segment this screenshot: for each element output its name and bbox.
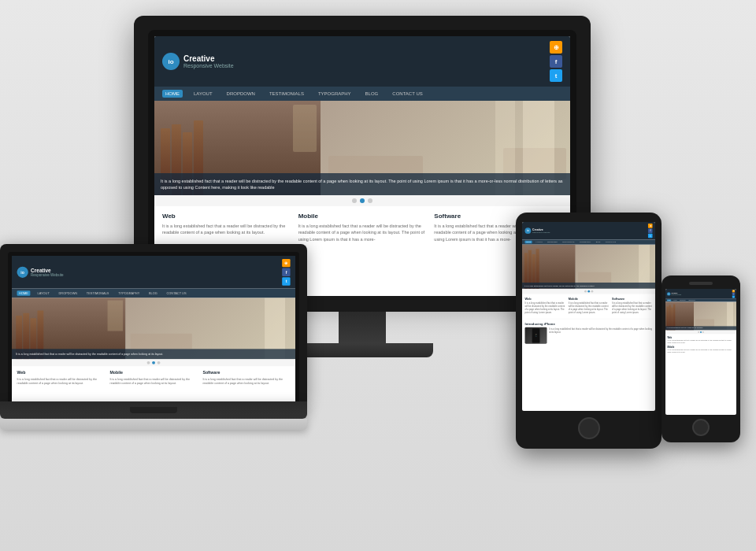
nav-dropdown[interactable]: DROPDOWN: [224, 90, 258, 98]
hero-section: It is a long established fact that a rea…: [154, 101, 570, 195]
web-section: Web It is a long established fact that a…: [162, 213, 291, 242]
tablet-screen: io Creative Responsive Website ⊕ f t: [522, 222, 655, 411]
facebook-icon[interactable]: f: [550, 55, 562, 68]
main-nav: HOME LAYOUT DROPDOWN TESTIMONIALS TYPOGR…: [154, 87, 570, 101]
phone-home-button[interactable]: [692, 419, 710, 436]
nav-layout[interactable]: LAYOUT: [191, 90, 216, 98]
tablet-home-button[interactable]: [578, 417, 600, 439]
nav-testimonials[interactable]: TESTIMONIALS: [266, 90, 307, 98]
mobile-section: Mobile It is a long established fact tha…: [298, 213, 427, 242]
nav-typography[interactable]: TYPOGRAPHY: [315, 90, 354, 98]
nav-home[interactable]: HOME: [162, 90, 183, 98]
logo-icon: io: [162, 53, 180, 70]
hero-overlay: It is a long established fact that a rea…: [154, 173, 570, 196]
slide-dot-3[interactable]: [368, 198, 372, 203]
slide-dot-1[interactable]: [352, 198, 357, 203]
laptop: io Creative Responsive Website ⊕ f t: [0, 244, 307, 430]
site-title: Creative: [183, 54, 234, 63]
twitter-icon[interactable]: t: [550, 69, 562, 82]
phone-screen: io Creative Responsive Website ⊕ f t: [665, 289, 736, 415]
site-subtitle: Responsive Website: [183, 63, 234, 68]
laptop-screen: io Creative Responsive Website ⊕ f t: [12, 256, 295, 401]
smartphone: io Creative Responsive Website ⊕ f t: [662, 276, 740, 442]
mobile-title: Mobile: [298, 213, 427, 220]
slide-dot-2[interactable]: [360, 198, 365, 203]
scene: io Creative Responsive Website ⊕ f t: [0, 0, 756, 551]
nav-blog[interactable]: BLOG: [362, 90, 382, 98]
rss-icon[interactable]: ⊕: [550, 41, 562, 54]
nav-contact[interactable]: CONTACT US: [389, 90, 425, 98]
phone-speaker: [689, 282, 713, 285]
web-title: Web: [162, 213, 291, 220]
tablet: io Creative Responsive Website ⊕ f t: [516, 213, 662, 449]
mobile-text: It is a long established fact that a rea…: [298, 223, 427, 242]
web-text: It is a long established fact that a rea…: [162, 223, 291, 236]
hero-text: It is a long established fact that a rea…: [161, 179, 562, 190]
